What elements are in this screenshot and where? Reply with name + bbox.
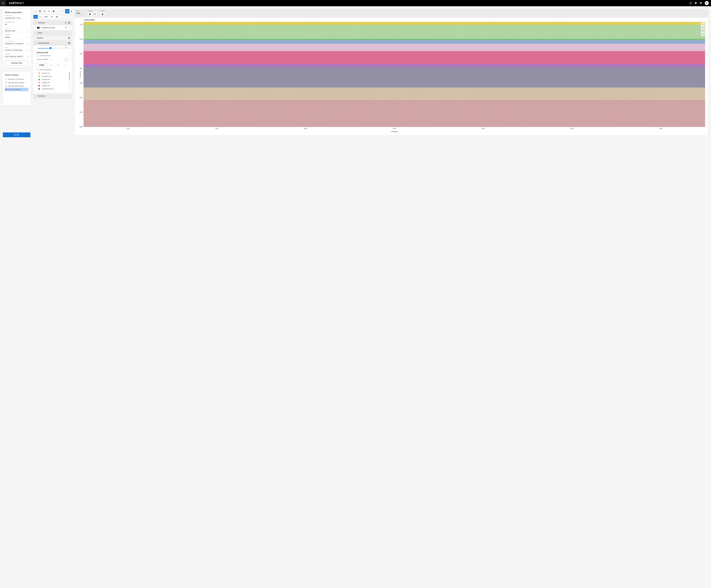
worker-item[interactable]: Add New Azure Worker (5, 81, 28, 84)
svg-point-23 (65, 47, 67, 48)
horizons-header[interactable]: ⌄ Horizons (33, 93, 72, 99)
ilines-label: Ilines (76, 10, 85, 12)
worker-item[interactable]: Live4 ESA Worker (5, 88, 28, 91)
models-header[interactable]: Models (33, 36, 72, 41)
chevron-down-icon: ⌄ (35, 32, 37, 34)
grid-dots-icon[interactable] (56, 9, 60, 13)
loss-label: Loss Function ⚌ (5, 41, 28, 42)
legend-label: Legend (88, 10, 97, 12)
model-name-input[interactable] (5, 17, 28, 20)
seismic-canvas[interactable]: ✥ (84, 22, 705, 127)
color-by-group-checkbox[interactable]: Color By Group (37, 55, 69, 57)
tune-icon[interactable]: ⚌ (14, 41, 15, 42)
expand-icon[interactable]: ▸ (35, 27, 36, 28)
eye-icon[interactable] (65, 27, 67, 29)
svg-point-11 (58, 12, 58, 12)
bookmark-icon[interactable] (694, 2, 697, 4)
ruler-icon[interactable] (92, 12, 97, 16)
svg-point-8 (58, 11, 58, 12)
add-icon[interactable] (68, 37, 70, 39)
info-icon[interactable]: i (51, 9, 56, 13)
opacity-slider[interactable] (38, 47, 61, 49)
callback-select[interactable]: Early Stopping, Model C... (5, 55, 28, 58)
wells-header[interactable]: ⌄ Wells (33, 30, 72, 36)
ilines-button[interactable]: ILINES (36, 63, 47, 67)
metric-select[interactable]: accuracy, crossentropy, ... (5, 49, 28, 52)
add-icon[interactable] (68, 22, 70, 24)
worker-label: Live4 ESA Worker (8, 89, 21, 90)
y-tick: 1000 (80, 38, 83, 40)
tab-3d[interactable]: 3D (49, 15, 55, 19)
do-ml-button[interactable]: DO ML (3, 132, 30, 137)
collapse-button[interactable]: — (64, 58, 68, 61)
formations-list: NAUST FMKOLMULE FMKNURR FMSNADD FMKOBBE … (36, 72, 69, 90)
formation-label: KLAPPMYSS FM (42, 88, 53, 90)
formation-item[interactable]: KNURR FM (36, 78, 69, 81)
y-tick: 500 (80, 24, 83, 25)
x-tick: 2200 (570, 128, 574, 129)
next-icon[interactable]: ▸ (62, 64, 69, 66)
chevron-down-icon[interactable]: ⌄ (35, 47, 37, 49)
layers-accordion: ⌃ Volumes ▸ NH0608 full stack ✕ ⌄ Wells (33, 20, 72, 99)
formation-item[interactable]: KOBBE FM (36, 84, 69, 87)
tab-il[interactable]: IL (34, 15, 38, 19)
help-icon[interactable]: ? (689, 2, 692, 4)
close-icon[interactable]: ✕ (68, 47, 70, 49)
palette-icon[interactable] (88, 12, 92, 16)
close-icon[interactable]: ✕ (68, 27, 70, 29)
worker-item[interactable]: Add New AWS Worker (5, 84, 28, 88)
callback-label: Callback (5, 53, 28, 55)
optimizer-select[interactable]: Nadam (5, 36, 28, 39)
volumes-header[interactable]: ⌃ Volumes (33, 20, 72, 25)
fill-icon[interactable] (38, 9, 42, 13)
target-icon[interactable] (701, 33, 704, 36)
model-select[interactable]: Efficient UNet (5, 29, 28, 33)
colormap-swatch (37, 27, 40, 29)
formation-label: SNADD FM (42, 82, 50, 84)
avatar[interactable]: AE (705, 1, 709, 5)
ratio-button[interactable]: 2/1 (33, 9, 38, 13)
seismic-band (84, 87, 705, 100)
svg-point-7 (59, 10, 59, 11)
interpretations-header[interactable]: ⌃ Interpretations (33, 41, 72, 46)
tab-xl[interactable]: XL (38, 15, 43, 19)
parameters-button[interactable]: PARAMETERS (5, 61, 28, 65)
chevron-up-icon: ⌃ (35, 22, 37, 24)
split-data-input[interactable] (5, 23, 28, 26)
grid-icon[interactable] (47, 9, 51, 13)
eye-icon[interactable] (65, 47, 67, 49)
formation-item[interactable]: NAUST FM (36, 72, 69, 75)
move-icon[interactable]: ✥ (701, 23, 704, 26)
formation-item[interactable]: KLAPPMYSS FM (36, 87, 69, 90)
eyedropper-icon[interactable] (61, 9, 65, 13)
menu-toggle[interactable] (0, 0, 6, 6)
save-icon[interactable] (100, 12, 105, 16)
box-icon[interactable] (701, 29, 704, 32)
seismic-band (84, 40, 705, 44)
radio-icon (5, 78, 7, 80)
auto-res-button[interactable]: AUTO RES. (65, 9, 69, 13)
formation-item[interactable]: SNADD FM (36, 81, 69, 84)
grid-icon[interactable] (65, 22, 67, 24)
edit-icon[interactable]: ✎ (63, 47, 64, 49)
loss-select[interactable]: Categorical Crossentrop... (5, 42, 28, 45)
view-projections-checkbox[interactable]: View Projections (37, 69, 69, 70)
gear-icon[interactable]: ⚙ (9, 28, 10, 29)
select-interp-dropdown[interactable]: SELECT INTERP. (37, 59, 51, 60)
chevron-down-icon (27, 30, 28, 31)
scrollbar[interactable] (69, 72, 70, 90)
formation-item[interactable]: KOLMULE FM (36, 75, 69, 78)
zoom-icon[interactable] (701, 26, 704, 29)
pin-icon[interactable] (70, 10, 72, 12)
list-icon[interactable]: ≡ (55, 64, 61, 66)
tab-map-icon[interactable] (55, 15, 59, 19)
worker-item[interactable]: Add New GCP Worker (5, 78, 28, 81)
volume-item[interactable]: ▸ NH0608 full stack ✕ (33, 25, 72, 30)
ilines-input[interactable] (76, 12, 85, 15)
tab-map[interactable]: MAP (43, 15, 49, 19)
bell-icon[interactable] (699, 2, 702, 4)
add-icon[interactable] (68, 42, 70, 44)
worker-label: Add New GCP Worker (8, 78, 24, 80)
crop-icon[interactable] (42, 9, 47, 13)
prev-icon[interactable]: ◂ (48, 64, 54, 66)
